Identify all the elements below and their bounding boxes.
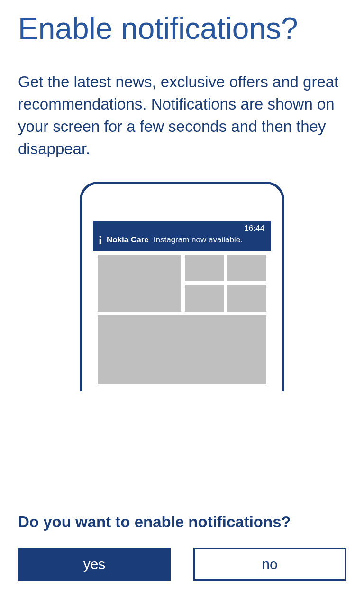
confirmation-question: Do you want to enable notifications? [18,513,346,531]
yes-button[interactable]: yes [18,548,171,581]
tile [228,255,266,281]
tile [98,315,266,384]
info-icon: i [99,234,102,246]
button-row: yes no [18,548,346,581]
phone-illustration: 16:44 i Nokia Care Instagram now availab… [18,182,346,391]
phone-frame: 16:44 i Nokia Care Instagram now availab… [80,182,284,391]
notification-app-name: Nokia Care [107,235,149,245]
phone-screen: 16:44 i Nokia Care Instagram now availab… [93,221,271,391]
tile-grid [93,251,271,388]
tile [185,255,224,281]
description-text: Get the latest news, exclusive offers an… [18,71,346,160]
no-button[interactable]: no [193,548,346,581]
tile [98,255,181,312]
page-title: Enable notifications? [18,12,346,45]
status-time: 16:44 [244,224,264,233]
notification-content: i Nokia Care Instagram now available. [99,234,243,246]
tile [228,285,266,312]
tile [185,285,224,312]
notification-bar: 16:44 i Nokia Care Instagram now availab… [93,221,271,251]
notification-message: Instagram now available. [154,235,243,245]
